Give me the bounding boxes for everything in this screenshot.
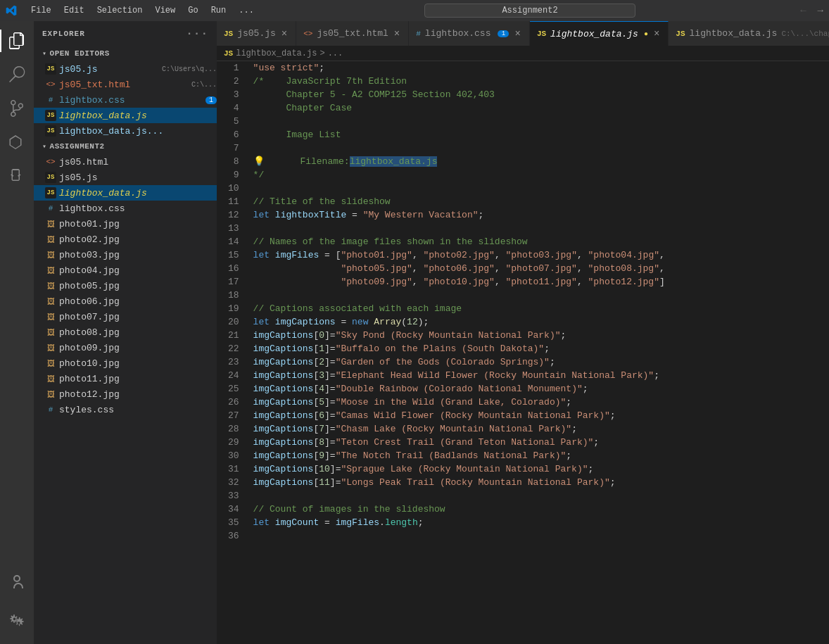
menu-more[interactable]: ... [233, 4, 260, 17]
file-photo06[interactable]: 🖼 photo06.jpg [34, 293, 217, 309]
file-lightbox-data[interactable]: JS lightbox_data.js [34, 185, 217, 201]
activity-settings[interactable] [0, 605, 34, 638]
activity-explorer[interactable] [0, 24, 34, 58]
activity-source-control[interactable] [0, 91, 34, 125]
tab-lightbox-data2-label: lightbox_data.js [690, 28, 778, 39]
code-editor[interactable]: 1 2 3 4 5 6 7 8 9 10 11 12 13 14 15 16 1… [217, 61, 829, 644]
img-icon: 🖼 [45, 358, 56, 369]
code-line-16: "photo05.jpg", "photo06.jpg", "photo07.j… [253, 262, 823, 275]
line-num-25: 25 [228, 382, 239, 396]
file-photo12-label: photo12.jpg [59, 389, 217, 400]
file-photo09[interactable]: 🖼 photo09.jpg [34, 340, 217, 355]
code-line-15: let imgFiles = ["photo01.jpg", "photo02.… [253, 248, 823, 262]
js-icon: JS [45, 172, 56, 183]
code-content[interactable]: "use strict"; /* JavaScript 7th Edition … [248, 61, 829, 644]
file-photo04[interactable]: 🖼 photo04.jpg [34, 263, 217, 278]
file-photo10-label: photo10.jpg [59, 358, 217, 369]
js-file-icon: JS [45, 63, 56, 75]
nav-back-button[interactable]: ← [800, 5, 806, 16]
code-line-8: 💡 Filename:lightbox_data.js [253, 155, 823, 168]
file-lightbox-css[interactable]: # lightbox.css [34, 201, 217, 216]
js-file2-icon: JS [45, 125, 56, 137]
menu-go[interactable]: Go [182, 4, 203, 17]
activity-accounts[interactable] [0, 565, 34, 599]
file-photo08[interactable]: 🖼 photo08.jpg [34, 324, 217, 340]
file-photo03[interactable]: 🖼 photo03.jpg [34, 247, 217, 263]
code-line-31: imgCaptions[10]="Sprague Lake (Rocky Mou… [253, 462, 823, 476]
tab-js05txt[interactable]: <> js05_txt.html × [296, 21, 409, 46]
open-editor-lightbox-data-label: lightbox_data.js [59, 111, 217, 121]
tab-js05txt-close[interactable]: × [393, 28, 401, 39]
nav-forward-button[interactable]: → [818, 5, 823, 16]
breadcrumb: JS lightbox_data.js > ... [217, 46, 829, 61]
tab-js05-close[interactable]: × [280, 28, 289, 39]
open-editor-lightbox-data-active[interactable]: JS lightbox_data.js [34, 108, 217, 123]
open-editor-lightbox-data2-label: lightbox_data.js... [59, 126, 217, 137]
activity-bar [0, 21, 34, 644]
file-lightbox-css-label: lightbox.css [59, 203, 217, 214]
menu-selection[interactable]: Selection [91, 4, 148, 17]
file-js05js[interactable]: JS js05.js [34, 170, 217, 185]
file-photo06-label: photo06.jpg [59, 296, 217, 307]
open-editor-lightbox-css[interactable]: # lightbox.css 1 [34, 92, 217, 108]
file-js05html[interactable]: <> js05.html [34, 154, 217, 170]
line-num-8: 8 [228, 155, 239, 168]
tab-lightbox-data2[interactable]: JS lightbox_data.js C:\...\chapter × [669, 21, 829, 46]
open-editors-section[interactable]: ▾ OPEN EDITORS [34, 46, 217, 61]
file-photo11[interactable]: 🖼 photo11.jpg [34, 371, 217, 386]
file-photo10[interactable]: 🖼 photo10.jpg [34, 355, 217, 371]
line-num-33: 33 [228, 489, 239, 503]
open-editor-lightbox-css-label: lightbox.css [59, 95, 200, 106]
img-icon: 🖼 [45, 249, 56, 260]
img-icon: 🖼 [45, 373, 56, 384]
lightbox-css-badge: 1 [205, 96, 217, 104]
open-editor-js05[interactable]: JS js05.js C:\Users\q... [34, 61, 217, 77]
file-photo05-label: photo05.jpg [59, 281, 217, 291]
tab-js05txt-label: js05_txt.html [317, 28, 388, 39]
file-photo05[interactable]: 🖼 photo05.jpg [34, 278, 217, 293]
file-photo07[interactable]: 🖼 photo07.jpg [34, 309, 217, 324]
file-photo01[interactable]: 🖼 photo01.jpg [34, 216, 217, 232]
menu-run[interactable]: Run [205, 4, 232, 17]
explorer-more-button[interactable]: ··· [186, 27, 208, 40]
tab-lightbox-css[interactable]: # lightbox.css 1 × [409, 21, 530, 46]
menu-view[interactable]: View [149, 4, 181, 17]
tab-lightbox-css-close[interactable]: × [513, 28, 521, 39]
file-photo12[interactable]: 🖼 photo12.jpg [34, 386, 217, 402]
file-styles-css[interactable]: # styles.css [34, 402, 217, 417]
css-icon: # [45, 203, 56, 214]
assignment2-section[interactable]: ▾ ASSIGNMENT2 [34, 139, 217, 154]
tab-lightbox-data-active[interactable]: JS lightbox_data.js ● × [530, 21, 669, 46]
code-line-4: Chapter Case [253, 101, 823, 115]
line-num-14: 14 [228, 235, 239, 248]
line-num-34: 34 [228, 503, 239, 516]
file-photo02-label: photo02.jpg [59, 234, 217, 245]
line-num-27: 27 [228, 409, 239, 422]
line-num-3: 3 [228, 88, 239, 101]
code-line-23: imgCaptions[2]="Garden of the Gods (Colo… [253, 355, 823, 369]
tab-lightbox-data-close[interactable]: × [652, 28, 661, 39]
open-editor-lightbox-data2[interactable]: JS lightbox_data.js... [34, 123, 217, 139]
activity-extensions[interactable] [0, 159, 34, 193]
menu-file[interactable]: File [25, 4, 57, 17]
line-num-13: 13 [228, 222, 239, 235]
code-line-22: imgCaptions[1]="Buffalo on the Plains (S… [253, 342, 823, 355]
open-editors-chevron-icon: ▾ [42, 49, 47, 58]
global-search[interactable]: Assignment2 [424, 4, 635, 18]
file-photo02[interactable]: 🖼 photo02.jpg [34, 232, 217, 247]
open-editors-label: OPEN EDITORS [50, 49, 110, 58]
tab-js05-label: js05.js [237, 28, 276, 39]
file-js05js-label: js05.js [59, 172, 217, 183]
img-icon: 🖼 [45, 265, 56, 276]
tab-js05[interactable]: JS js05.js × [217, 21, 296, 46]
breadcrumb-ellipsis: ... [328, 49, 343, 58]
activity-run[interactable] [0, 125, 34, 159]
line-num-31: 31 [228, 462, 239, 476]
open-editor-js05txt[interactable]: <> js05_txt.html C:\... [34, 77, 217, 92]
source-control-icon [8, 100, 25, 117]
file-photo07-label: photo07.jpg [59, 312, 217, 322]
activity-search[interactable] [0, 58, 34, 91]
menu-edit[interactable]: Edit [58, 4, 90, 17]
code-line-9: */ [253, 168, 823, 182]
tab-lightbox-css-icon: # [416, 30, 421, 38]
